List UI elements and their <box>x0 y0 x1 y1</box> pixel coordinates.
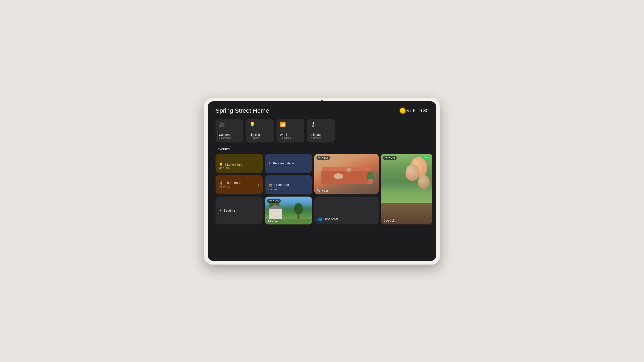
front-camera <box>321 100 323 101</box>
kitchen-light-top: 💡 Kitchen light <box>219 162 259 167</box>
climate-label: Climate <box>310 133 332 136</box>
sparkle-icon: ✦ <box>268 161 271 165</box>
tree-top-2 <box>294 203 303 214</box>
cameras-label: Cameras <box>219 133 240 136</box>
yard-live-label: Live <box>275 199 279 202</box>
lock-icon: 🔒 <box>268 183 273 187</box>
house-shape <box>269 209 282 219</box>
pet-cam-label: Pet cam <box>317 189 328 192</box>
kitchen-light-card[interactable]: 💡 Kitchen light On • 50% <box>216 154 263 173</box>
doorbell-card[interactable]: 📷 Live New Doorbell <box>381 154 432 224</box>
yard-cam-label: Yard cam <box>268 219 280 222</box>
bedtime-card[interactable]: ✦ Bedtime <box>216 197 263 224</box>
live-dot-doorbell <box>388 157 390 158</box>
cameras-sublabel: 7 cameras <box>219 136 240 139</box>
category-tiles: 🎥 Cameras 7 cameras 💡 Lighting 12 lights… <box>216 119 428 142</box>
lighting-sublabel: 12 lights <box>250 136 270 139</box>
home-title: Spring Street Home <box>216 107 269 114</box>
doorbell-live-label: Live <box>391 156 395 159</box>
broadcast-card[interactable]: 👥 Broadcast <box>314 197 379 224</box>
climate-icon: 🌡️ <box>310 122 332 127</box>
live-label: Live <box>324 156 328 159</box>
wifi-label: Wi-Fi <box>280 133 301 136</box>
pet-cam-card[interactable]: 📷 Live Pet cam <box>314 154 379 194</box>
climate-sublabel: 2 devices <box>310 136 332 139</box>
header-right: 68°F 9:30 <box>400 108 428 113</box>
broadcast-icon: 👥 <box>318 217 322 221</box>
category-tile-climate[interactable]: 🌡️ Climate 2 devices <box>307 119 335 142</box>
category-tile-cameras[interactable]: 🎥 Cameras 7 cameras <box>216 119 244 142</box>
bulb-icon: 💡 <box>219 162 223 167</box>
kitchen-light-name: Kitchen light <box>225 163 242 166</box>
live-dot-yard <box>273 200 274 201</box>
cameras-icon: 🎥 <box>219 122 240 127</box>
chevron-right-icon: › <box>258 182 259 187</box>
doorbell-feed <box>381 154 432 224</box>
thermostat-card[interactable]: 🌡️ Thermostat Indoor 65 › <box>216 175 263 194</box>
tablet-screen: Spring Street Home 68°F 9:30 🎥 Cameras 7… <box>208 101 436 261</box>
wifi-sublabel: 3 devices <box>280 136 301 139</box>
house-roof <box>268 204 283 209</box>
weather-widget: 68°F <box>400 108 416 113</box>
lighting-label: Lighting <box>250 133 270 136</box>
broadcast-label: Broadcast <box>324 217 338 221</box>
camera-icon-doorbell: 📷 <box>385 156 388 159</box>
thermostat-info: 🌡️ Thermostat Indoor 65 <box>219 181 241 189</box>
pet-cam-live-badge: 📷 Live <box>316 156 330 160</box>
lighting-icon: 💡 <box>250 122 270 127</box>
temperature: 68°F <box>407 108 416 113</box>
favorites-section: Favorites 💡 Kitchen light On • 50% ✦ Ris… <box>216 147 428 255</box>
balloon2 <box>406 164 420 181</box>
rise-shine-label: Rise and shine <box>273 161 294 165</box>
yard-cam-card[interactable]: 📷 Live Yard cam <box>265 197 312 224</box>
dog-body <box>334 173 343 179</box>
thermostat-sublabel: Indoor 65 <box>219 186 241 189</box>
tree2-container <box>294 203 303 220</box>
thermostat-label: Thermostat <box>225 181 241 185</box>
front-door-label: Front door <box>274 183 289 186</box>
bedtime-icon: ✦ <box>219 208 222 212</box>
bedtime-label: Bedtime <box>224 209 235 212</box>
rise-shine-card[interactable]: ✦ Rise and shine <box>265 154 312 173</box>
wifi-icon: 📶 <box>280 122 301 127</box>
camera-icon: 📷 <box>318 156 321 159</box>
balloon3 <box>418 175 430 189</box>
tablet-frame: Spring Street Home 68°F 9:30 🎥 Cameras 7… <box>204 97 440 265</box>
favorites-grid: 💡 Kitchen light On • 50% ✦ Rise and shin… <box>216 154 428 224</box>
dog-head <box>346 168 351 172</box>
sofa-shape <box>321 170 372 184</box>
clock: 9:30 <box>419 108 428 113</box>
camera-icon-yard: 📷 <box>269 199 272 202</box>
plant-pot-shape <box>368 179 373 184</box>
live-dot <box>322 157 323 158</box>
yard-cam-live-badge: 📷 Live <box>267 199 281 203</box>
front-door-status: Locked <box>268 188 309 191</box>
new-badge: New <box>423 156 430 159</box>
category-tile-wifi[interactable]: 📶 Wi-Fi 3 devices <box>276 119 304 142</box>
doorbell-live-badge: 📷 Live <box>383 156 397 160</box>
thermostat-icon: 🌡️ <box>219 181 223 185</box>
category-tile-lighting[interactable]: 💡 Lighting 12 lights <box>246 119 274 142</box>
weather-icon <box>400 108 406 113</box>
doorbell-label: Doorbell <box>384 219 394 222</box>
front-door-card[interactable]: 🔒 Front door Locked <box>265 175 312 194</box>
favorites-title: Favorites <box>216 147 428 151</box>
kitchen-light-status: On • 50% <box>219 167 259 170</box>
header-row: Spring Street Home 68°F 9:30 <box>216 107 428 114</box>
